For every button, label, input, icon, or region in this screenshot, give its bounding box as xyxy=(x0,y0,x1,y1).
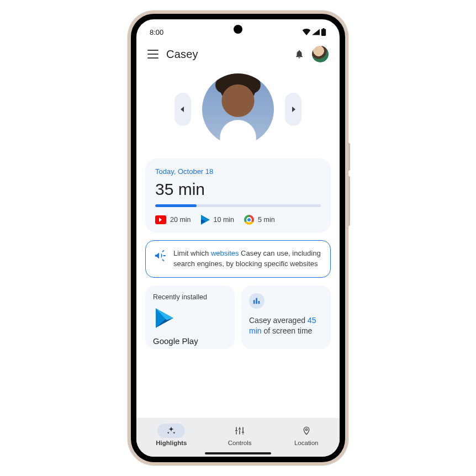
recently-installed-heading: Recently installed xyxy=(153,293,227,301)
profile-selector xyxy=(145,73,331,145)
usage-app-youtube: 20 min xyxy=(155,215,191,224)
svg-rect-1 xyxy=(256,298,257,304)
usage-app-time: 5 min xyxy=(258,216,275,224)
play-books-icon xyxy=(153,306,227,332)
nav-label: Location xyxy=(294,440,318,446)
parent-avatar[interactable] xyxy=(312,46,329,62)
usage-card[interactable]: Today, October 18 35 min 20 min 10 min xyxy=(145,158,331,232)
chrome-icon xyxy=(244,215,254,225)
tip-link[interactable]: websites xyxy=(211,249,239,257)
wifi-icon xyxy=(302,29,311,35)
notifications-icon[interactable] xyxy=(294,49,304,59)
recently-installed-card[interactable]: Recently installed Google Play xyxy=(145,285,235,349)
average-card[interactable]: Casey averaged 45 min of screen time xyxy=(241,285,331,349)
usage-app-chrome: 5 min xyxy=(244,215,275,225)
usage-app-play: 10 min xyxy=(201,215,235,225)
nav-highlights[interactable]: Highlights xyxy=(156,424,187,446)
average-text: Casey averaged 45 min of screen time xyxy=(249,315,323,337)
svg-point-3 xyxy=(305,429,307,430)
chevron-right-icon xyxy=(291,107,295,112)
page-title: Casey xyxy=(166,48,287,61)
controls-icon xyxy=(235,426,245,436)
recently-installed-app: Google Play xyxy=(153,336,227,346)
content-scroll: Today, October 18 35 min 20 min 10 min xyxy=(136,67,340,418)
usage-progress-fill xyxy=(155,204,197,207)
youtube-icon xyxy=(155,215,166,224)
hamburger-icon[interactable] xyxy=(147,50,158,59)
nav-controls[interactable]: Controls xyxy=(226,424,253,446)
location-icon xyxy=(302,426,311,436)
power-button xyxy=(348,176,350,226)
play-books-icon xyxy=(201,215,210,225)
tip-text: Limit which websites Casey can use, incl… xyxy=(173,248,321,269)
megaphone-icon xyxy=(154,250,166,262)
usage-progress-bar xyxy=(155,204,321,207)
bottom-nav: Highlights Controls Location xyxy=(136,418,340,457)
phone-frame: 8:00 Casey T xyxy=(128,10,348,466)
svg-rect-0 xyxy=(253,300,255,304)
chevron-left-icon xyxy=(181,107,185,112)
usage-app-breakdown: 20 min 10 min 5 min xyxy=(155,215,321,225)
tip-card[interactable]: Limit which websites Casey can use, incl… xyxy=(145,240,331,278)
chart-icon xyxy=(249,293,265,309)
gesture-bar[interactable] xyxy=(205,452,271,454)
svg-rect-2 xyxy=(258,301,260,304)
usage-total: 35 min xyxy=(155,180,321,199)
nav-location[interactable]: Location xyxy=(293,424,320,446)
child-avatar[interactable] xyxy=(202,73,274,145)
usage-app-time: 20 min xyxy=(170,216,191,224)
usage-date: Today, October 18 xyxy=(155,167,321,176)
usage-app-time: 10 min xyxy=(214,216,235,224)
status-time: 8:00 xyxy=(150,28,163,36)
signal-icon xyxy=(312,29,320,35)
volume-button xyxy=(348,143,350,171)
nav-label: Controls xyxy=(228,440,252,446)
front-camera xyxy=(234,25,242,34)
profile-prev-button[interactable] xyxy=(174,93,191,126)
battery-icon xyxy=(321,28,326,36)
app-bar: Casey xyxy=(136,39,340,67)
screen: 8:00 Casey T xyxy=(131,14,345,462)
nav-label: Highlights xyxy=(156,440,187,446)
profile-next-button[interactable] xyxy=(285,93,302,126)
highlights-icon xyxy=(166,426,176,436)
